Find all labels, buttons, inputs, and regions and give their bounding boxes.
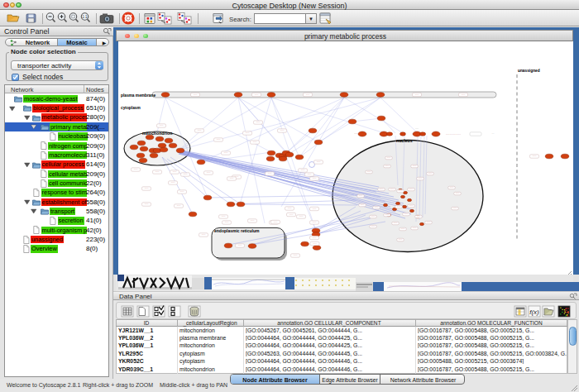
svg-text:plasma membrane: plasma membrane [121, 93, 156, 98]
svg-text:·····: ····· [359, 194, 363, 198]
svg-text:·····: ····· [371, 215, 376, 218]
svg-text:·····: ····· [224, 151, 228, 155]
svg-text:·····: ····· [177, 204, 181, 208]
svg-text:···: ··· [492, 132, 495, 136]
svg-text:·····: ····· [409, 188, 414, 191]
svg-text:Search:: Search: [229, 16, 251, 23]
svg-text:·····: ····· [301, 169, 305, 172]
svg-text:·····: ····· [230, 177, 234, 180]
svg-text:mitochondrion: mitochondrion [142, 131, 172, 136]
svg-text:·····: ····· [456, 192, 460, 195]
svg-text:·····: ····· [198, 129, 202, 132]
svg-text:·····: ····· [145, 187, 149, 190]
svg-text:·····: ····· [145, 203, 149, 206]
svg-text:····: ···· [415, 127, 419, 131]
svg-text:·····: ····· [367, 170, 371, 174]
svg-text:·····: ····· [361, 203, 365, 207]
svg-text:·····: ····· [134, 168, 138, 171]
svg-text:················: ················ [446, 133, 461, 136]
svg-text:·····: ····· [413, 165, 417, 168]
svg-text:·····: ····· [450, 186, 454, 189]
svg-text:·····: ····· [427, 221, 431, 224]
svg-text:·····: ····· [246, 131, 250, 135]
svg-text:·····: ····· [462, 93, 466, 97]
svg-text:·····: ····· [428, 172, 433, 175]
svg-text:·····: ····· [306, 93, 310, 97]
svg-text:·····: ····· [375, 206, 379, 209]
svg-text:·····: ····· [299, 215, 304, 218]
svg-text:····: ···· [354, 132, 357, 136]
svg-text:nucleus: nucleus [396, 138, 413, 143]
svg-text:·····: ····· [397, 205, 401, 208]
svg-text:·····: ····· [251, 219, 255, 222]
svg-text:·····: ····· [385, 213, 390, 217]
svg-text:·····: ····· [533, 155, 537, 158]
svg-text:·····: ····· [288, 207, 292, 210]
svg-text:·····: ····· [202, 233, 206, 237]
svg-text:·····: ····· [225, 221, 229, 224]
svg-text:·····: ····· [394, 222, 398, 225]
svg-text:·····: ····· [413, 227, 417, 230]
svg-text:·····: ····· [173, 170, 177, 174]
svg-text:·····: ····· [313, 177, 317, 180]
svg-text:·····: ····· [313, 242, 317, 246]
svg-text:·····: ····· [294, 254, 298, 257]
svg-text:·····: ····· [313, 221, 317, 224]
svg-text:·····: ····· [385, 165, 390, 168]
svg-text:·····: ····· [222, 215, 226, 218]
svg-text:·····: ····· [268, 172, 272, 175]
svg-text:1:1: 1:1 [82, 15, 88, 19]
svg-text:·····: ····· [380, 188, 384, 191]
svg-text:·····: ····· [290, 213, 294, 217]
svg-text:·····: ····· [399, 189, 403, 193]
svg-text:·····: ····· [371, 225, 376, 228]
svg-text:·····: ····· [401, 227, 405, 231]
svg-text:·····: ····· [184, 173, 188, 176]
svg-text:endoplasmic reticulum: endoplasmic reticulum [214, 228, 260, 233]
svg-text:·····: ····· [238, 244, 242, 247]
svg-text:·····: ····· [313, 237, 317, 240]
svg-text:f(x): f(x) [529, 308, 539, 316]
svg-text:·····: ····· [207, 171, 211, 174]
svg-text:·····: ····· [255, 93, 259, 97]
svg-text:·····: ····· [253, 141, 257, 144]
svg-text:·····: ····· [171, 181, 175, 184]
svg-text:·····: ····· [390, 188, 395, 191]
svg-text:·····: ····· [217, 138, 221, 141]
svg-text:·····: ····· [180, 190, 184, 194]
svg-text:·····: ····· [317, 160, 321, 164]
svg-text:·····: ····· [415, 93, 419, 97]
svg-text:·····: ····· [160, 124, 164, 127]
svg-text:·····: ····· [453, 207, 457, 210]
svg-text:·····: ····· [280, 129, 285, 132]
svg-text:unassigned: unassigned [518, 69, 540, 73]
svg-text:·····: ····· [404, 213, 409, 216]
svg-text:cytoplasm: cytoplasm [121, 106, 141, 110]
svg-text:·····: ····· [274, 221, 278, 224]
svg-text:·····: ····· [256, 121, 261, 124]
svg-text:·····: ····· [313, 208, 317, 211]
svg-text:·····: ····· [194, 93, 198, 97]
svg-text:·····: ····· [417, 215, 421, 218]
svg-text:·····: ····· [156, 170, 160, 174]
svg-text:·····: ····· [419, 177, 423, 180]
svg-text:·····: ····· [399, 238, 403, 241]
svg-text:·····: ····· [387, 156, 391, 160]
svg-text:·····: ····· [409, 204, 414, 208]
svg-text:·····: ····· [308, 173, 312, 176]
